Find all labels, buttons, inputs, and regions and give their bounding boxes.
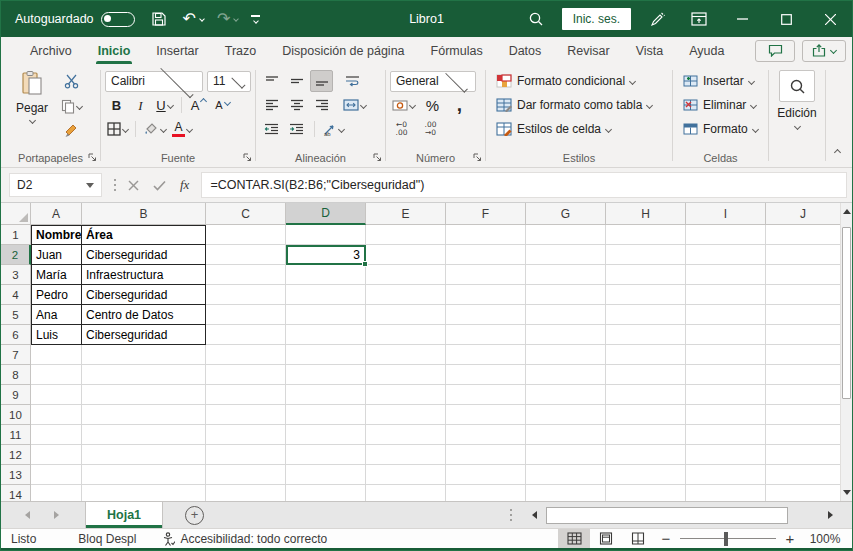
cell-H6[interactable]: [606, 325, 686, 345]
clipboard-dialog-launcher[interactable]: [88, 153, 97, 162]
cell-D13[interactable]: [286, 465, 366, 485]
minimize-button[interactable]: [720, 1, 764, 37]
cell-F10[interactable]: [446, 405, 526, 425]
row-header-1[interactable]: 1: [1, 225, 31, 245]
cell-C4[interactable]: [206, 285, 286, 305]
scroll-up-button[interactable]: [841, 203, 853, 220]
cell-C5[interactable]: [206, 305, 286, 325]
cell-H8[interactable]: [606, 365, 686, 385]
cell-E8[interactable]: [366, 365, 446, 385]
tab-fórmulas[interactable]: Fórmulas: [418, 37, 496, 64]
select-all-corner[interactable]: [1, 203, 31, 225]
cell-E6[interactable]: [366, 325, 446, 345]
number-format-select[interactable]: General: [390, 71, 476, 92]
zoom-out-button[interactable]: −: [654, 530, 678, 547]
cell-B2[interactable]: Ciberseguridad: [82, 245, 206, 265]
name-box[interactable]: D2: [9, 173, 102, 197]
cell-A7[interactable]: [31, 345, 82, 365]
cell-A12[interactable]: [31, 445, 82, 465]
font-size-select[interactable]: 11: [207, 71, 251, 92]
cell-G7[interactable]: [526, 345, 606, 365]
fill-handle[interactable]: [362, 261, 368, 267]
cell-styles-button[interactable]: Estilos de celda: [492, 117, 615, 142]
cell-J1[interactable]: [766, 225, 841, 245]
vertical-scrollbar[interactable]: [840, 203, 852, 501]
sign-in-button[interactable]: Inic. ses.: [562, 8, 631, 30]
next-sheet-button[interactable]: [54, 511, 59, 519]
font-color-button[interactable]: A: [170, 118, 194, 140]
decrease-indent-button[interactable]: [260, 118, 283, 140]
autosave-toggle[interactable]: Autoguardado: [15, 12, 135, 27]
cell-F13[interactable]: [446, 465, 526, 485]
font-dialog-launcher[interactable]: [243, 153, 252, 162]
cell-H9[interactable]: [606, 385, 686, 405]
cell-E11[interactable]: [366, 425, 446, 445]
cell-F4[interactable]: [446, 285, 526, 305]
percent-style-button[interactable]: %: [421, 94, 444, 116]
cell-H14[interactable]: [606, 485, 686, 501]
cell-H13[interactable]: [606, 465, 686, 485]
cell-D1[interactable]: [286, 225, 366, 245]
orientation-chevron-icon[interactable]: [338, 125, 345, 132]
accessibility-status[interactable]: Accesibilidad: todo correcto: [162, 532, 327, 546]
cut-button[interactable]: [59, 70, 84, 92]
insert-cells-button[interactable]: Insertar: [679, 69, 758, 94]
cell-F5[interactable]: [446, 305, 526, 325]
tab-disposición-de-página[interactable]: Disposición de página: [269, 37, 417, 64]
copy-chevron-icon[interactable]: [76, 102, 83, 109]
cell-E9[interactable]: [366, 385, 446, 405]
page-layout-view-button[interactable]: [590, 529, 622, 548]
scroll-left-button[interactable]: [526, 507, 542, 524]
horizontal-scrollbar-thumb[interactable]: [546, 507, 788, 524]
column-header-B[interactable]: B: [82, 203, 206, 225]
cell-G6[interactable]: [526, 325, 606, 345]
cell-C13[interactable]: [206, 465, 286, 485]
row-header-11[interactable]: 11: [1, 425, 31, 445]
borders-chevron-icon[interactable]: [122, 125, 129, 132]
cell-E10[interactable]: [366, 405, 446, 425]
zoom-in-button[interactable]: +: [778, 530, 802, 547]
cell-A14[interactable]: [31, 485, 82, 501]
fill-color-chevron-icon[interactable]: [160, 125, 167, 132]
cell-H11[interactable]: [606, 425, 686, 445]
row-header-3[interactable]: 3: [1, 265, 31, 285]
cell-J3[interactable]: [766, 265, 841, 285]
name-box-dropdown-icon[interactable]: [86, 183, 94, 188]
cell-B6[interactable]: Ciberseguridad: [82, 325, 206, 345]
alignment-dialog-launcher[interactable]: [373, 153, 382, 162]
cell-E3[interactable]: [366, 265, 446, 285]
cell-J7[interactable]: [766, 345, 841, 365]
tab-revisar[interactable]: Revisar: [554, 37, 622, 64]
cell-A6[interactable]: Luis: [31, 325, 82, 345]
cell-D6[interactable]: [286, 325, 366, 345]
cell-C11[interactable]: [206, 425, 286, 445]
cell-I8[interactable]: [686, 365, 766, 385]
cell-I14[interactable]: [686, 485, 766, 501]
share-button[interactable]: [802, 40, 846, 62]
cell-D14[interactable]: [286, 485, 366, 501]
page-break-view-button[interactable]: [622, 529, 654, 548]
cell-J6[interactable]: [766, 325, 841, 345]
cell-E13[interactable]: [366, 465, 446, 485]
paste-chevron-icon[interactable]: [28, 117, 35, 124]
cell-A9[interactable]: [31, 385, 82, 405]
cell-I11[interactable]: [686, 425, 766, 445]
cell-A1[interactable]: Nombre: [31, 225, 82, 245]
cell-B3[interactable]: Infraestructura: [82, 265, 206, 285]
cell-H1[interactable]: [606, 225, 686, 245]
search-button[interactable]: [515, 1, 557, 37]
cell-F12[interactable]: [446, 445, 526, 465]
cell-B1[interactable]: Área: [82, 225, 206, 245]
merge-center-button[interactable]: [341, 94, 368, 116]
cell-I10[interactable]: [686, 405, 766, 425]
align-middle-button[interactable]: [285, 70, 308, 92]
ribbon-display-options-button[interactable]: [678, 1, 720, 37]
cell-A5[interactable]: Ana: [31, 305, 82, 325]
new-sheet-button[interactable]: +: [185, 506, 204, 525]
tab-insertar[interactable]: Insertar: [143, 37, 211, 64]
cell-E1[interactable]: [366, 225, 446, 245]
increase-decimal-button[interactable]: ←0.00: [390, 118, 413, 140]
cell-B10[interactable]: [82, 405, 206, 425]
cell-E5[interactable]: [366, 305, 446, 325]
cell-G14[interactable]: [526, 485, 606, 501]
